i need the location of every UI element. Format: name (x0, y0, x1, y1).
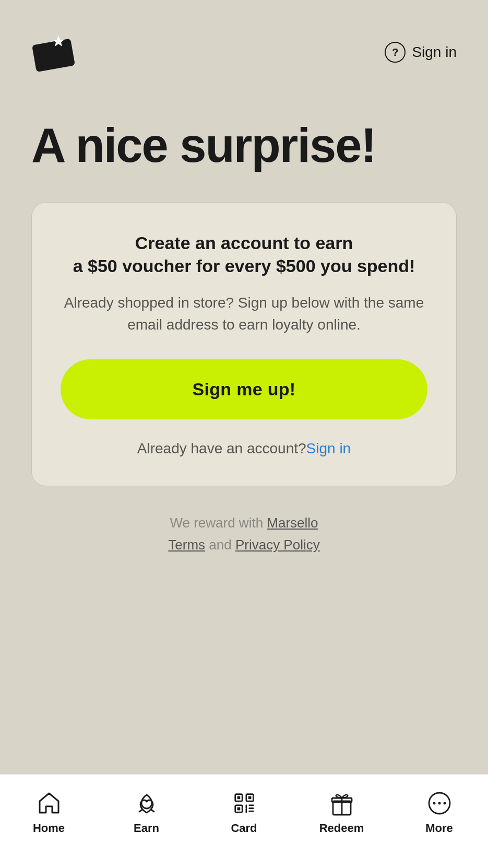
privacy-link[interactable]: Privacy Policy (235, 537, 320, 553)
marsello-link[interactable]: Marsello (267, 515, 318, 531)
terms-link[interactable]: Terms (168, 537, 205, 553)
nav-label-redeem: Redeem (319, 822, 364, 835)
sign-in-header-label: Sign in (412, 44, 457, 61)
svg-point-19 (443, 802, 446, 805)
svg-rect-5 (248, 796, 251, 800)
svg-rect-7 (237, 807, 240, 811)
nav-item-redeem[interactable]: Redeem (293, 786, 390, 835)
promo-card: Create an account to earn a $50 voucher … (31, 202, 457, 486)
card-icon (231, 790, 257, 816)
help-icon: ? (385, 42, 406, 63)
svg-point-18 (438, 802, 441, 805)
already-account-text: Already have an account?Sign in (61, 440, 427, 457)
sign-in-header-button[interactable]: ? Sign in (385, 42, 457, 63)
header: ? Sign in (0, 0, 488, 89)
brand-logo (31, 26, 84, 78)
bottom-nav: Home Earn (0, 774, 488, 868)
nav-item-home[interactable]: Home (0, 786, 98, 835)
more-icon (426, 790, 453, 816)
promo-card-title: Create an account to earn a $50 voucher … (61, 231, 427, 277)
nav-label-earn: Earn (134, 822, 159, 835)
svg-rect-0 (32, 39, 75, 72)
footer-text: We reward with Marsello Terms and Privac… (31, 512, 457, 556)
nav-label-more: More (425, 822, 453, 835)
svg-rect-3 (237, 796, 240, 800)
nav-item-earn[interactable]: Earn (98, 786, 195, 835)
nav-item-card[interactable]: Card (195, 786, 293, 835)
earn-icon (134, 790, 160, 816)
sign-in-link[interactable]: Sign in (306, 440, 351, 456)
home-icon (36, 790, 62, 816)
logo (31, 26, 84, 78)
nav-label-home: Home (33, 822, 65, 835)
main-content: A nice surprise! Create an account to ea… (0, 89, 488, 868)
promo-card-subtitle: Already shopped in store? Sign up below … (61, 292, 427, 336)
sign-up-button[interactable]: Sign me up! (61, 359, 427, 419)
nav-label-card: Card (231, 822, 257, 835)
svg-point-17 (433, 802, 435, 805)
redeem-icon (329, 790, 355, 816)
nav-item-more[interactable]: More (390, 786, 488, 835)
page-headline: A nice surprise! (31, 120, 457, 171)
